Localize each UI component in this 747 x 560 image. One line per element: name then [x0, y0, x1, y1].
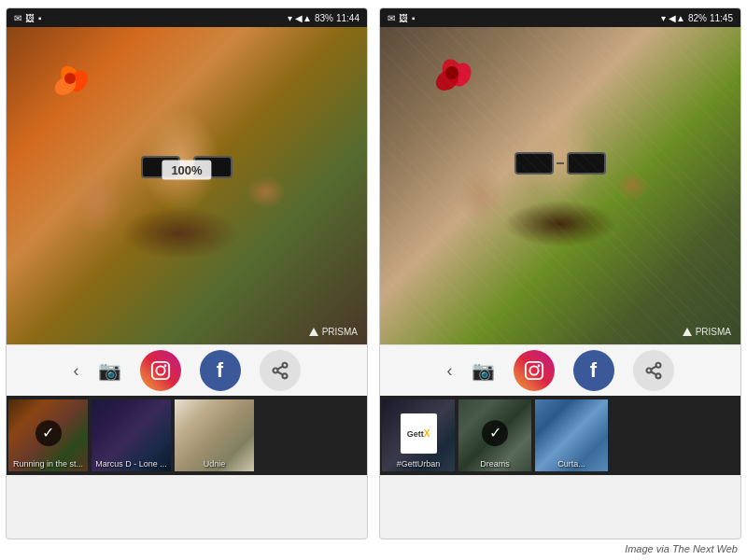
message-icon: ✉: [14, 13, 21, 23]
right-filter-item-2[interactable]: ✓ Dreams: [458, 399, 531, 471]
right-lens-bridge: [557, 162, 564, 164]
right-status-right: ▾ ◀▲ 82% 11:45: [661, 13, 733, 23]
right-lens-right: [567, 152, 606, 175]
instagram-icon: [150, 360, 171, 381]
right-facebook-button[interactable]: f: [573, 350, 614, 391]
svg-point-11: [655, 363, 660, 368]
right-filter-label-2: Dreams: [458, 459, 531, 469]
left-filter-item-1[interactable]: ✓ Running in the st...: [8, 399, 88, 471]
right-prisma-triangle-icon: [683, 328, 692, 336]
left-filter-selected-1: ✓: [35, 420, 62, 446]
signal-icon: ◀▲: [295, 13, 312, 23]
right-back-button[interactable]: ‹: [447, 361, 453, 381]
left-photo-placeholder: 100% PRISMA: [7, 27, 367, 344]
left-status-icons: ✉ 🖼 ▪: [14, 13, 42, 23]
right-filter-selected-2: ✓: [482, 420, 508, 446]
right-notification-icon: ▪: [412, 13, 416, 23]
svg-point-13: [655, 373, 660, 378]
right-sunglasses: [514, 152, 606, 175]
right-battery-percent: 82%: [688, 13, 707, 23]
svg-line-6: [277, 371, 283, 374]
right-wifi-icon: ▾: [661, 13, 666, 23]
battery-percent: 83%: [315, 13, 333, 23]
left-camera-icon[interactable]: 📷: [98, 359, 121, 382]
picture-icon: 🖼: [25, 13, 35, 23]
screenshot-container: ✉ 🖼 ▪ ▾ ◀▲ 83% 11:44: [0, 0, 747, 560]
right-face-overlay: [380, 27, 740, 344]
svg-line-14: [651, 371, 656, 374]
right-filter-strip: Gett X #GettUrban ✓ Dreams Curta...: [380, 396, 740, 475]
left-back-button[interactable]: ‹: [74, 361, 79, 381]
right-flower-decoration: [438, 59, 477, 107]
left-prisma-watermark: PRISMA: [309, 327, 358, 337]
svg-line-7: [277, 366, 283, 369]
facebook-label: f: [217, 358, 223, 383]
right-status-icons: ✉ 🖼 ▪: [388, 13, 416, 23]
svg-point-4: [273, 369, 277, 373]
right-time-display: 11:45: [710, 13, 733, 23]
right-filter-item-1[interactable]: Gett X #GettUrban: [382, 399, 455, 471]
right-photo-area: PRISMA: [380, 27, 740, 344]
wifi-icon: ▾: [288, 13, 292, 23]
svg-line-15: [651, 366, 656, 369]
left-flower-decoration: [57, 65, 94, 112]
left-phone-panel: ✉ 🖼 ▪ ▾ ◀▲ 83% 11:44: [6, 7, 368, 539]
left-status-bar: ✉ 🖼 ▪ ▾ ◀▲ 83% 11:44: [7, 8, 367, 27]
svg-point-3: [282, 363, 287, 368]
svg-point-9: [529, 366, 538, 374]
svg-point-10: [537, 365, 540, 368]
right-share-icon: [644, 361, 663, 380]
left-photo-area: 100% PRISMA: [7, 27, 367, 344]
right-facebook-label: f: [590, 358, 597, 383]
left-status-right: ▾ ◀▲ 83% 11:44: [288, 13, 359, 23]
right-lens-left: [514, 152, 554, 175]
left-share-button[interactable]: [260, 350, 301, 391]
svg-point-5: [282, 373, 287, 378]
svg-point-2: [163, 365, 166, 368]
svg-point-1: [156, 366, 164, 374]
right-prisma-watermark: PRISMA: [683, 327, 731, 337]
left-filter-item-3[interactable]: Udnie: [175, 399, 254, 471]
right-camera-icon[interactable]: 📷: [472, 359, 495, 382]
right-message-icon: ✉: [388, 13, 395, 23]
right-share-button[interactable]: [633, 350, 674, 391]
left-filter-label-1: Running in the st...: [8, 459, 88, 469]
left-filter-label-2: Marcus D - Lone ...: [92, 459, 171, 469]
svg-rect-8: [525, 362, 542, 379]
right-instagram-button[interactable]: [514, 350, 555, 391]
right-phone-panel: ✉ 🖼 ▪ ▾ ◀▲ 82% 11:45: [379, 7, 741, 539]
percent-badge: 100%: [162, 161, 211, 180]
svg-point-12: [646, 369, 651, 373]
right-status-bar: ✉ 🖼 ▪ ▾ ◀▲ 82% 11:45: [380, 8, 740, 27]
right-action-bar: ‹ 📷 f: [380, 344, 740, 396]
svg-rect-0: [151, 362, 168, 379]
right-filter-label-1: #GettUrban: [382, 459, 455, 469]
right-filter-item-3[interactable]: Curta...: [535, 399, 608, 471]
right-instagram-icon: [524, 360, 544, 381]
left-filter-item-2[interactable]: Marcus D - Lone ...: [92, 399, 171, 471]
right-photo-placeholder: PRISMA: [380, 27, 740, 344]
notification-icon: ▪: [38, 13, 42, 23]
left-facebook-button[interactable]: f: [200, 350, 241, 391]
left-action-bar: ‹ 📷 f: [7, 344, 367, 396]
attribution-text: Image via The Next Web: [625, 543, 738, 554]
phones-row: ✉ 🖼 ▪ ▾ ◀▲ 83% 11:44: [0, 0, 747, 560]
right-signal-icon: ◀▲: [669, 13, 685, 23]
right-picture-icon: 🖼: [399, 13, 408, 23]
time-display: 11:44: [336, 13, 359, 23]
left-instagram-button[interactable]: [140, 350, 181, 391]
right-filter-label-3: Curta...: [535, 459, 608, 469]
prisma-triangle-icon: [309, 328, 318, 336]
share-icon: [271, 361, 289, 380]
left-filter-label-3: Udnie: [175, 459, 254, 469]
left-filter-strip: ✓ Running in the st... Marcus D - Lone .…: [7, 396, 367, 475]
